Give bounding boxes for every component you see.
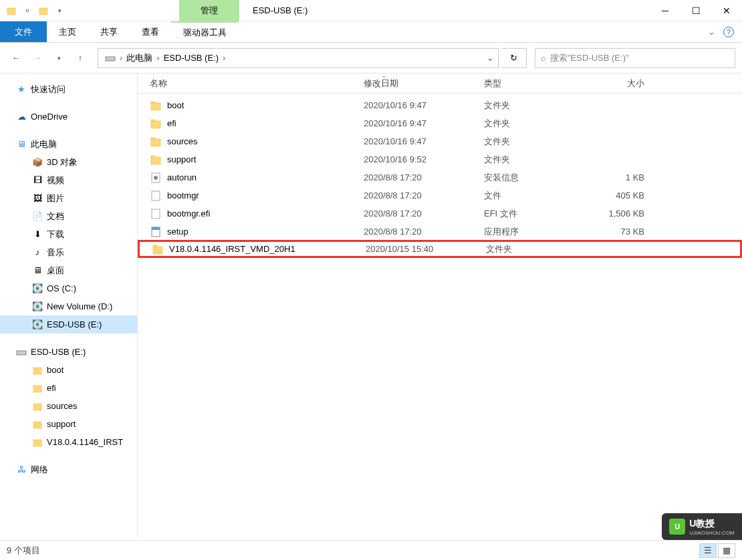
exe-icon [150,226,162,238]
tree-onedrive[interactable]: ☁OneDrive [0,108,137,126]
tree-quick-access[interactable]: ★快速访问 [0,80,137,98]
file-name: V18.0.4.1146_IRST_VMD_20H1 [169,244,295,254]
breadcrumb-drive[interactable]: ESD-USB (E:) [161,53,221,63]
tree-pc-child[interactable]: 📄文档 [0,207,137,225]
item-icon: 🖥 [32,265,43,276]
pc-icon: 🖥 [16,139,27,150]
folder-icon [32,401,43,412]
minimize-button[interactable]: ─ [650,0,681,21]
title-bar: ▫ ▾ 管理 ESD-USB (E:) ─ ☐ ✕ [0,0,742,21]
tree-pc-child[interactable]: 🖥桌面 [0,261,137,279]
refresh-button[interactable]: ↻ [501,48,527,68]
file-size: 1 KB [584,172,644,182]
help-icon[interactable]: ? [723,27,734,37]
item-icon: 💽 [32,301,43,312]
thumbnails-view-button[interactable]: ▦ [718,543,735,558]
tab-home[interactable]: 主页 [47,21,88,42]
file-name: boot [167,100,184,110]
file-date: 2020/10/16 9:47 [364,100,484,110]
file-row[interactable]: bootmgr 2020/8/8 17:20 文件 405 KB [138,186,742,204]
tab-file[interactable]: 文件 [0,21,47,42]
tree-pc-child[interactable]: 🎞视频 [0,171,137,189]
tree-pc-child[interactable]: 💽New Volume (D:) [0,297,137,315]
svg-rect-19 [152,191,160,200]
address-dropdown-icon[interactable]: ⌄ [487,53,494,63]
contextual-tab-manage[interactable]: 管理 [179,0,239,21]
expand-ribbon-icon[interactable]: ⌄ [708,27,715,37]
chevron-right-icon[interactable]: › [221,53,227,63]
item-count: 9 个项目 [7,545,40,557]
file-row[interactable]: autorun 2020/8/8 17:20 安装信息 1 KB [138,168,742,186]
svg-rect-4 [33,368,41,374]
svg-rect-22 [152,227,160,230]
tree-pc-child[interactable]: 💽OS (C:) [0,279,137,297]
recent-dropdown-icon[interactable]: ▾ [49,49,68,67]
col-name[interactable]: 名称 [150,78,364,90]
tree-pc-child[interactable]: 🖼图片 [0,189,137,207]
item-icon: ⬇ [32,229,43,240]
file-size: 405 KB [584,190,644,200]
tab-share[interactable]: 共享 [88,21,130,42]
chevron-right-icon[interactable]: › [155,53,160,63]
tree-drive-child[interactable]: efi [0,379,137,397]
file-icon [150,208,162,220]
tree-label: 3D 对象 [47,156,78,168]
watermark-badge-icon: U [669,519,685,535]
svg-rect-13 [151,139,160,146]
quick-access-toolbar: ▫ ▾ [0,5,66,17]
svg-rect-0 [7,8,15,15]
search-input[interactable]: ⌕ 搜索"ESD-USB (E:)" [535,48,735,68]
tree-this-pc[interactable]: 🖥此电脑 [0,135,137,153]
tree-network[interactable]: 🖧网络 [0,460,137,478]
cloud-icon: ☁ [16,112,27,122]
tree-drive-child[interactable]: sources [0,397,137,415]
watermark-sub: UJIAOSHOU.COM [689,530,735,536]
svg-rect-23 [153,247,162,254]
up-button[interactable]: ↑ [71,49,90,67]
file-row[interactable]: boot 2020/10/16 9:47 文件夹 [138,96,742,114]
tree-label: 文档 [47,211,64,223]
breadcrumb-drive-icon[interactable] [102,53,118,63]
tab-drive-tools[interactable]: 驱动器工具 [171,21,238,42]
tree-pc-child[interactable]: ⬇下载 [0,225,137,243]
file-row[interactable]: efi 2020/10/16 9:47 文件夹 [138,114,742,132]
file-row[interactable]: setup 2020/8/8 17:20 应用程序 73 KB [138,223,742,241]
col-type[interactable]: 类型 [484,78,584,90]
tree-drive-child[interactable]: support [0,415,137,433]
file-row[interactable]: sources 2020/10/16 9:47 文件夹 [138,132,742,150]
tree-pc-child[interactable]: ♪音乐 [0,243,137,261]
tree-label: sources [47,401,78,411]
file-name: setup [167,227,189,237]
maximize-button[interactable]: ☐ [681,0,711,21]
file-size: 73 KB [584,227,644,237]
back-button[interactable]: ← [7,49,25,67]
tree-drive-child[interactable]: V18.0.4.1146_IRST [0,433,137,451]
qat-dropdown-icon[interactable]: ▾ [53,5,66,17]
svg-rect-12 [151,120,155,122]
file-row[interactable]: bootmgr.efi 2020/8/8 17:20 EFI 文件 1,506 … [138,204,742,223]
svg-rect-10 [151,102,155,104]
properties-icon[interactable]: ▫ [21,5,33,17]
svg-rect-8 [33,440,41,446]
tree-pc-child[interactable]: 📦3D 对象 [0,153,137,171]
tree-label: 下载 [47,229,64,241]
file-icon [150,190,162,202]
file-row[interactable]: support 2020/10/16 9:52 文件夹 [138,150,742,168]
file-row[interactable]: V18.0.4.1146_IRST_VMD_20H1 2020/10/15 15… [138,240,742,258]
address-bar[interactable]: › 此电脑 › ESD-USB (E:) › ⌄ [98,48,499,68]
tree-pc-child[interactable]: 💽ESD-USB (E:) [0,315,137,333]
search-placeholder: 搜索"ESD-USB (E:)" [550,52,629,64]
status-bar: 9 个项目 ☰ ▦ [0,540,742,560]
svg-rect-14 [151,138,155,140]
tree-drive-child[interactable]: boot [0,361,137,379]
item-icon: 📄 [32,211,43,222]
tab-view[interactable]: 查看 [130,21,171,42]
breadcrumb-pc[interactable]: 此电脑 [124,52,155,64]
col-size[interactable]: 大小 [584,78,644,90]
new-folder-icon[interactable] [37,5,49,17]
details-view-button[interactable]: ☰ [699,543,717,558]
close-button[interactable]: ✕ [711,0,742,21]
chevron-right-icon[interactable]: › [118,53,124,63]
tree-esd-usb-2[interactable]: ESD-USB (E:) [0,343,137,361]
forward-button[interactable]: → [28,49,47,67]
